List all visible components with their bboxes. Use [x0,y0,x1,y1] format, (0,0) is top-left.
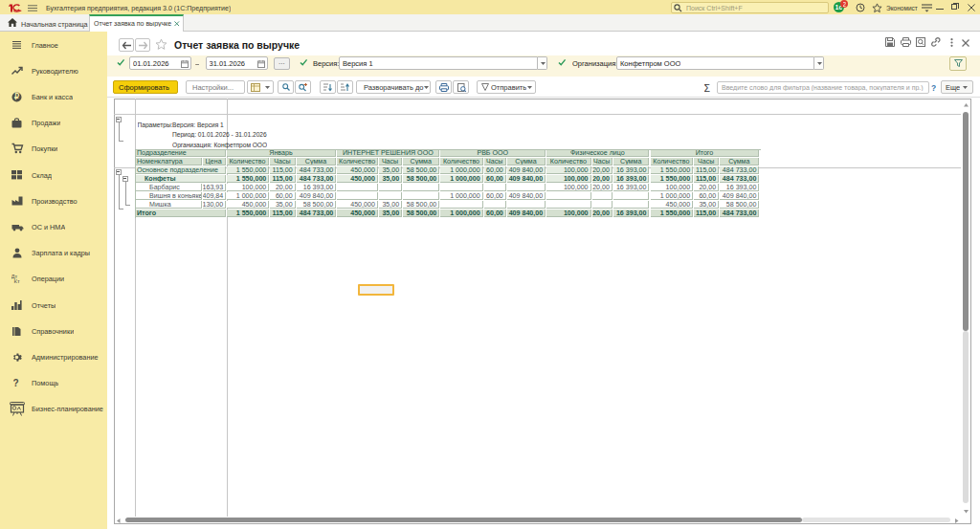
svg-text:₽: ₽ [14,92,19,101]
